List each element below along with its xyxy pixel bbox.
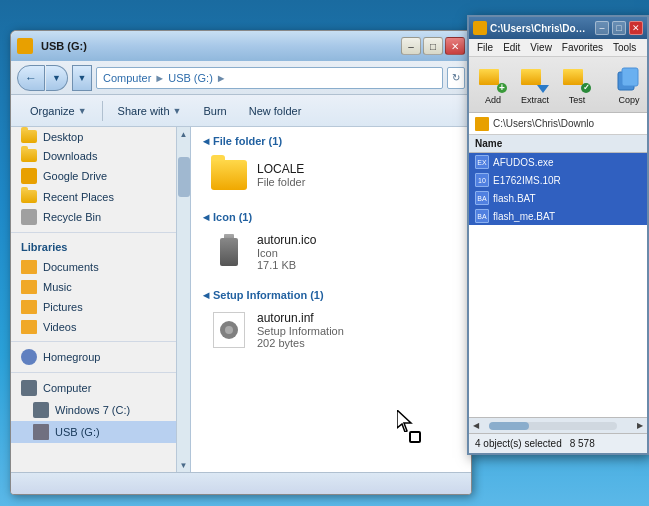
refresh-button[interactable]: ↻ — [447, 67, 465, 89]
add-tool-label: Add — [485, 95, 501, 105]
item-meta: Setup Information — [257, 325, 451, 337]
sidebar-item-videos[interactable]: Videos — [11, 317, 176, 337]
file-icon: BA — [475, 191, 489, 205]
scroll-down-arrow[interactable]: ▼ — [178, 458, 190, 472]
copy-tool-button[interactable]: Copy — [611, 63, 647, 107]
close-button[interactable]: ✕ — [445, 37, 465, 55]
libraries-header: Libraries — [11, 237, 176, 257]
new-folder-button[interactable]: New folder — [240, 99, 311, 123]
recent-button[interactable]: ▼ — [72, 65, 92, 91]
downloads-icon — [21, 149, 37, 162]
share-dropdown-icon: ▼ — [173, 106, 182, 116]
documents-icon — [21, 260, 37, 274]
menu-file[interactable]: File — [473, 41, 497, 54]
winrar-file-item[interactable]: EX AFUDOS.exe — [469, 153, 647, 171]
refresh-icon: ↻ — [452, 72, 460, 83]
list-item[interactable]: autorun.inf Setup Information 202 bytes — [203, 307, 459, 353]
sidebar-item-pictures[interactable]: Pictures — [11, 297, 176, 317]
add-plus-icon: + — [497, 83, 507, 93]
computer-icon — [21, 380, 37, 396]
scroll-left-arrow[interactable]: ◀ — [469, 419, 483, 433]
gear-center — [225, 326, 233, 334]
scrollbar-thumb[interactable] — [178, 157, 190, 197]
copy-tool-icon — [615, 65, 643, 93]
titlebar-buttons: – □ ✕ — [401, 37, 465, 55]
sidebar-container: Desktop Downloads Google Drive Recent Pl… — [11, 127, 191, 472]
scroll-thumb[interactable] — [489, 422, 529, 430]
test-tool-button[interactable]: ✓ Test — [559, 63, 595, 107]
item-info: LOCALE File folder — [257, 162, 451, 188]
forward-button[interactable]: ▼ — [46, 65, 68, 91]
extract-tool-button[interactable]: Extract — [517, 63, 553, 107]
recent-places-icon — [21, 190, 37, 203]
share-with-button[interactable]: Share with ▼ — [109, 99, 191, 123]
sidebar-item-desktop[interactable]: Desktop — [11, 127, 176, 146]
menu-edit[interactable]: Edit — [499, 41, 524, 54]
sidebar-item-googledrive[interactable]: Google Drive — [11, 165, 176, 187]
sidebar-item-downloads[interactable]: Downloads — [11, 146, 176, 165]
winrar-file-item[interactable]: 10 E1762IMS.10R — [469, 171, 647, 189]
winrar-close-button[interactable]: ✕ — [629, 21, 643, 35]
extract-arrow-icon — [537, 85, 549, 93]
sidebar-item-recent[interactable]: Recent Places — [11, 187, 176, 206]
content-panel: File folder (1) LOCALE File folder Icon … — [191, 127, 471, 472]
desktop-icon — [21, 130, 37, 143]
maximize-button[interactable]: □ — [423, 37, 443, 55]
sidebar-item-homegroup[interactable]: Homegroup — [11, 346, 176, 368]
sidebar-item-win7c[interactable]: Windows 7 (C:) — [11, 399, 176, 421]
item-name: autorun.inf — [257, 311, 451, 325]
menu-tools[interactable]: Tools — [609, 41, 640, 54]
winrar-file-item[interactable]: BA flash.BAT — [469, 189, 647, 207]
winrar-maximize-button[interactable]: □ — [612, 21, 626, 35]
group-setup-info-header: Setup Information (1) — [203, 289, 459, 301]
add-tool-button[interactable]: + Add — [475, 63, 511, 107]
sidebar-scrollbar[interactable]: ▲ ▼ — [176, 127, 190, 472]
menu-favorites[interactable]: Favorites — [558, 41, 607, 54]
group-file-folder-header: File folder (1) — [203, 135, 459, 147]
winrar-file-item[interactable]: BA flash_me.BAT — [469, 207, 647, 225]
sidebar-item-documents[interactable]: Documents — [11, 257, 176, 277]
list-item[interactable]: autorun.ico Icon 17.1 KB — [203, 229, 459, 275]
sidebar-item-recycle[interactable]: Recycle Bin — [11, 206, 176, 228]
organize-button[interactable]: Organize ▼ — [21, 99, 96, 123]
back-button[interactable]: ← — [17, 65, 45, 91]
folder-icon — [211, 157, 247, 193]
file-name: flash_me.BAT — [493, 211, 555, 222]
breadcrumb-sep2: ► — [216, 72, 227, 84]
burn-button[interactable]: Burn — [194, 99, 235, 123]
scroll-right-arrow[interactable]: ▶ — [633, 419, 647, 433]
winrar-scrollbar[interactable]: ◀ ▶ — [469, 417, 647, 433]
winrar-window: C:\Users\Chris\Downloads\E1 – □ ✕ File E… — [467, 15, 649, 455]
minimize-button[interactable]: – — [401, 37, 421, 55]
winrar-minimize-button[interactable]: – — [595, 21, 609, 35]
item-info: autorun.ico Icon 17.1 KB — [257, 233, 451, 271]
item-info: autorun.inf Setup Information 202 bytes — [257, 311, 451, 349]
winrar-address-text: C:\Users\Chris\Downlo — [493, 118, 594, 129]
svg-rect-1 — [622, 68, 638, 86]
list-item[interactable]: LOCALE File folder — [203, 153, 459, 197]
sidebar-divider1 — [11, 232, 176, 233]
sidebar-item-music[interactable]: Music — [11, 277, 176, 297]
address-bar: ← ▼ ▼ Computer ► USB (G:) ► ↻ — [11, 61, 471, 95]
file-name: AFUDOS.exe — [493, 157, 554, 168]
breadcrumb-sep1: ► — [154, 72, 165, 84]
extract-icon-container — [521, 65, 549, 93]
menu-view[interactable]: View — [526, 41, 556, 54]
main-area: Desktop Downloads Google Drive Recent Pl… — [11, 127, 471, 472]
test-tool-icon: ✓ — [563, 65, 591, 93]
file-icon: EX — [475, 155, 489, 169]
breadcrumb-bar[interactable]: Computer ► USB (G:) ► — [96, 67, 443, 89]
breadcrumb-computer[interactable]: Computer — [103, 72, 151, 84]
item-name: autorun.ico — [257, 233, 451, 247]
gear-icon — [220, 321, 238, 339]
sidebar-item-computer[interactable]: Computer — [11, 377, 176, 399]
nav-buttons: ← ▼ — [17, 65, 68, 91]
explorer-window-icon — [17, 38, 33, 54]
scroll-up-arrow[interactable]: ▲ — [178, 127, 190, 141]
inf-file-icon — [211, 312, 247, 348]
test-check-icon: ✓ — [581, 83, 591, 93]
scroll-track — [499, 422, 617, 430]
sidebar-item-usb[interactable]: USB (G:) — [11, 421, 176, 443]
organize-dropdown-icon: ▼ — [78, 106, 87, 116]
breadcrumb-usb[interactable]: USB (G:) — [168, 72, 213, 84]
